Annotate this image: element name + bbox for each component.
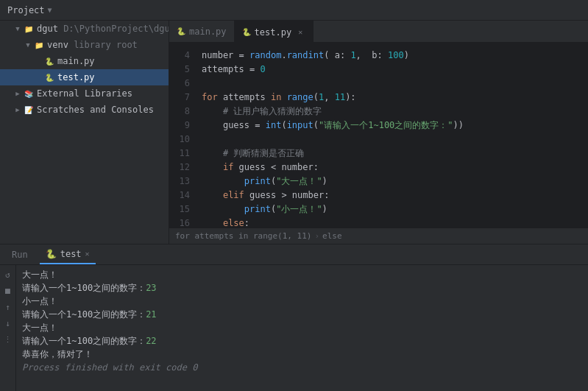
test-py-tab-close[interactable]: ✕ <box>295 27 305 38</box>
test-py-tab-icon: 🐍 <box>242 28 251 36</box>
output-line-4: 请输入一个1~100之间的数字：21 <box>22 308 582 321</box>
output-prompt-2: 请输入一个1~100之间的数字： <box>22 309 146 320</box>
output-line-6: 请输入一个1~100之间的数字：22 <box>22 334 582 348</box>
venv-chevron-icon <box>24 40 32 49</box>
code-editor[interactable]: 4 5 6 7 8 9 10 11 12 13 14 15 16 17 18 n… <box>169 43 588 228</box>
output-prompt-3: 请输入一个1~100之间的数字： <box>22 336 146 346</box>
more-options-button[interactable]: ⋮ <box>1 333 15 346</box>
test-py-label: test.py <box>57 72 95 82</box>
sidebar-item-dgut[interactable]: 📁 dgut D:\PythonProject\dgut <box>0 21 169 37</box>
ext-lib-label: External Libraries <box>37 88 132 99</box>
project-title[interactable]: Project ▼ <box>7 5 52 15</box>
dgut-chevron-icon <box>13 24 22 33</box>
main-py-tab-label: main.py <box>189 27 227 37</box>
output-input-2: 21 <box>146 309 156 320</box>
rerun-button[interactable]: ↺ <box>1 268 15 281</box>
code-content[interactable]: number = random.randint( a: 1, b: 100) a… <box>196 43 588 228</box>
scroll-up-button[interactable]: ↑ <box>1 300 15 314</box>
run-tab-label: Run <box>12 250 28 260</box>
project-chevron-icon[interactable]: ▼ <box>48 6 52 14</box>
output-line-1: 大一点！ <box>22 268 582 281</box>
scratches-label: Scratches and Consoles <box>37 105 154 115</box>
output-line-3: 小一点！ <box>22 295 582 308</box>
output-line-8: Process finished with exit code 0 <box>22 361 582 374</box>
tab-main-py[interactable]: 🐍 main.py <box>169 21 235 42</box>
breadcrumb-bar: for attempts in range(1, 11) › else <box>169 228 588 244</box>
sidebar-item-main-py[interactable]: 🐍 main.py <box>0 53 169 69</box>
sidebar-item-venv[interactable]: 📁 venv library root <box>0 37 169 53</box>
dgut-label: dgut <box>37 24 58 34</box>
output-prompt-1: 请输入一个1~100之间的数字： <box>22 283 146 293</box>
test-tab-label: test <box>60 249 82 259</box>
stop-button[interactable]: ⏹ <box>1 284 15 297</box>
test-py-icon: 🐍 <box>44 72 54 82</box>
sidebar-item-scratches[interactable]: 📝 Scratches and Consoles <box>0 102 169 118</box>
bottom-tab-test[interactable]: 🐍 test ✕ <box>40 244 96 264</box>
bottom-content-area: ↺ ⏹ ↑ ↓ ⋮ 大一点！ 请输入一个1~100之间的数字：23 小一点！ 请… <box>0 265 588 391</box>
bottom-side-toolbar: ↺ ⏹ ↑ ↓ ⋮ <box>0 265 16 391</box>
breadcrumb-else: else <box>322 231 342 241</box>
bottom-tab-bar: Run 🐍 test ✕ <box>0 244 588 265</box>
venv-sublabel: library root <box>68 40 138 50</box>
sidebar-item-test-py[interactable]: 🐍 test.py <box>0 69 169 85</box>
scroll-down-button[interactable]: ↓ <box>1 317 15 330</box>
sidebar: 📁 dgut D:\PythonProject\dgut 📁 venv libr… <box>0 21 169 244</box>
output-line-5: 大一点！ <box>22 321 582 334</box>
main-py-tab-icon: 🐍 <box>177 27 185 35</box>
main-area: 📁 dgut D:\PythonProject\dgut 📁 venv libr… <box>0 21 588 244</box>
output-input-1: 23 <box>146 283 156 293</box>
editor-area: 🐍 main.py 🐍 test.py ✕ 4 5 6 7 8 9 10 11 … <box>169 21 588 244</box>
bottom-panel: Run 🐍 test ✕ ↺ ⏹ ↑ ↓ ⋮ 大一点！ 请输入一个1~100之间… <box>0 244 588 391</box>
test-py-tab-label: test.py <box>255 27 292 38</box>
console-output: 大一点！ 请输入一个1~100之间的数字：23 小一点！ 请输入一个1~100之… <box>16 265 588 391</box>
output-line-7: 恭喜你，猜对了！ <box>22 348 582 361</box>
test-tab-close[interactable]: ✕ <box>85 250 90 258</box>
sidebar-item-ext-lib[interactable]: 📚 External Libraries <box>0 85 169 102</box>
ext-lib-chevron-icon <box>13 89 22 98</box>
project-label: Project <box>7 5 45 15</box>
main-py-icon: 🐍 <box>44 56 54 66</box>
main-py-label: main.py <box>57 56 95 66</box>
line-numbers: 4 5 6 7 8 9 10 11 12 13 14 15 16 17 18 <box>169 43 196 228</box>
title-bar: Project ▼ <box>0 0 588 21</box>
dgut-path: D:\PythonProject\dgut <box>58 24 169 34</box>
venv-label: venv <box>47 40 68 50</box>
venv-folder-icon: 📁 <box>34 40 44 50</box>
output-line-2: 请输入一个1~100之间的数字：23 <box>22 281 582 295</box>
bottom-tab-run[interactable]: Run <box>6 244 34 264</box>
breadcrumb-for: for attempts in range(1, 11) <box>175 231 311 241</box>
folder-icon: 📁 <box>24 24 34 34</box>
ext-lib-icon: 📚 <box>24 88 34 99</box>
tab-test-py[interactable]: 🐍 test.py ✕ <box>235 21 314 42</box>
output-input-3: 22 <box>146 336 156 346</box>
scratches-icon: 📝 <box>24 105 34 115</box>
tab-bar: 🐍 main.py 🐍 test.py ✕ <box>169 21 588 43</box>
test-tab-icon: 🐍 <box>46 249 57 259</box>
breadcrumb-sep: › <box>314 231 319 241</box>
scratches-chevron-icon <box>13 105 22 114</box>
